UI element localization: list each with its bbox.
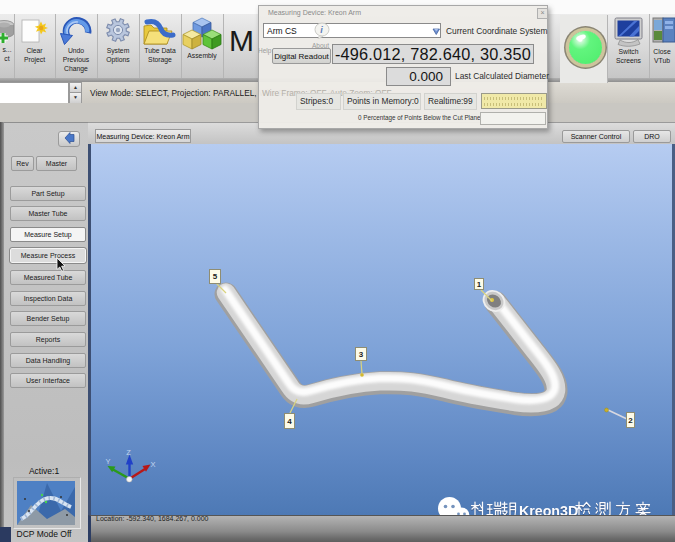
- svg-text:X: X: [151, 460, 156, 469]
- svg-text:Y: Y: [106, 457, 111, 466]
- svg-text:Z: Z: [126, 448, 131, 457]
